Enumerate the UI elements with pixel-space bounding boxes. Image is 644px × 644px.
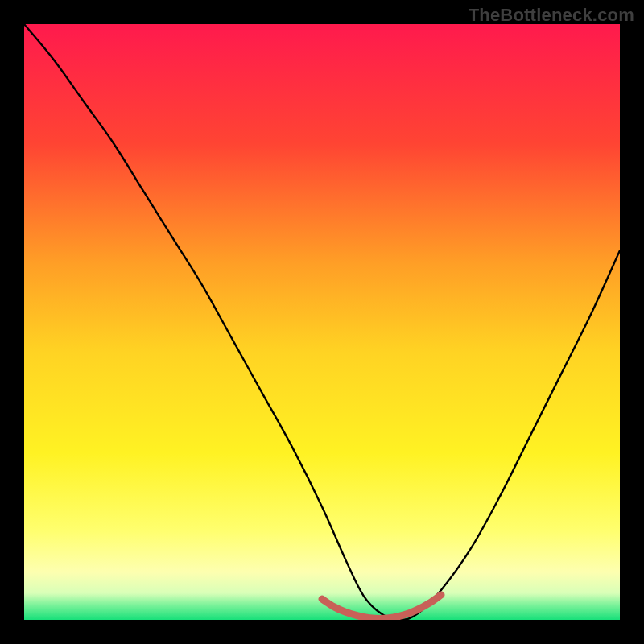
- optimal-zone-highlight: [322, 595, 441, 619]
- curve-layer: [24, 24, 620, 620]
- chart-frame: TheBottleneck.com: [0, 0, 644, 644]
- bottleneck-curve: [24, 24, 620, 620]
- plot-area: [24, 24, 620, 620]
- watermark-text: TheBottleneck.com: [469, 5, 634, 26]
